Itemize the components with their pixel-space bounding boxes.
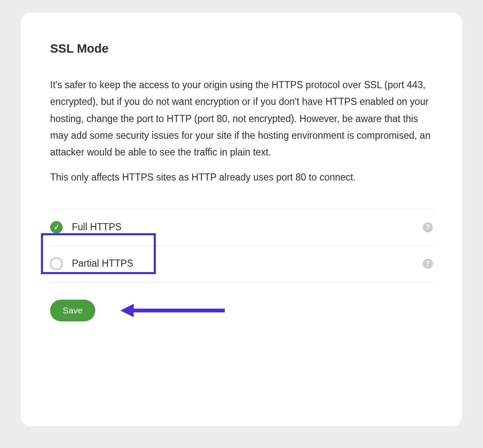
checkmark-icon: ✓ (53, 224, 60, 231)
option-left: Partial HTTPS (50, 257, 133, 270)
card-title: SSL Mode (50, 42, 433, 56)
ssl-mode-card: SSL Mode It's safer to keep the access t… (21, 13, 462, 426)
radio-unchecked-icon[interactable] (50, 257, 63, 270)
annotation-arrow (120, 302, 225, 319)
option-label-partial-https: Partial HTTPS (72, 258, 133, 269)
radio-checked-icon[interactable]: ✓ (50, 221, 63, 234)
help-icon[interactable]: ? (423, 259, 433, 269)
ssl-options-list: ✓ Full HTTPS ? Partial HTTPS ? (50, 209, 433, 282)
svg-marker-1 (120, 304, 134, 317)
option-left: ✓ Full HTTPS (50, 221, 122, 234)
arrow-left-icon (120, 302, 225, 319)
description-paragraph-2: This only affects HTTPS sites as HTTP al… (50, 169, 433, 186)
help-icon[interactable]: ? (423, 222, 433, 232)
option-label-full-https: Full HTTPS (72, 221, 122, 233)
option-full-https[interactable]: ✓ Full HTTPS ? (50, 209, 433, 245)
option-partial-https[interactable]: Partial HTTPS ? (50, 245, 433, 282)
description-paragraph-1: It's safer to keep the access to your or… (50, 76, 433, 160)
save-row: Save (50, 300, 433, 321)
save-button[interactable]: Save (50, 300, 95, 321)
